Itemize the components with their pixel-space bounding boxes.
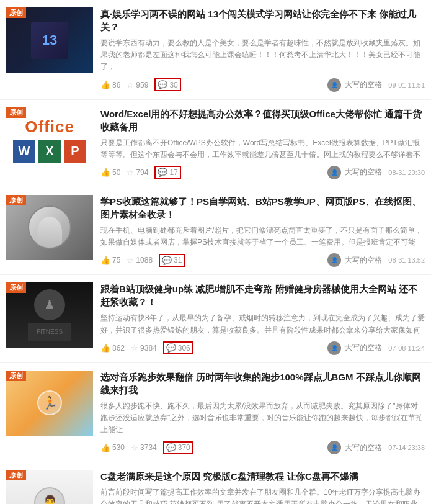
original-badge: 原创 — [6, 107, 26, 118]
article-title[interactable]: 选对音乐跑步效果翻倍 历时两年收集的跑步100%踩点儿BGM 不踩点儿你顺网线来… — [100, 371, 425, 397]
article-content: Word/Excel用的不好想提高办公效率？值得买顶级Office大佬帮你忙 通… — [100, 107, 425, 179]
meta-value: 30 — [169, 81, 177, 89]
avatar: 👤 — [327, 441, 341, 454]
meta-icon: 👍 — [100, 256, 110, 265]
original-badge: 原创 — [6, 282, 26, 293]
meta-item: ☆3734 — [131, 443, 157, 452]
thumbnail-wrap: 原创 👨‍💼 — [6, 470, 93, 504]
article-list: 原创 13 真·娱乐学习两不误的网站 13个闯关模式学习网站让你完全停不下来 你… — [0, 0, 431, 504]
author-section: 👤大写的空格07-14 23:38 — [327, 441, 425, 454]
thumbnail-wrap: 原创 Office W X P — [6, 107, 93, 173]
author-name[interactable]: 大写的空格 — [345, 255, 382, 266]
article-date: 07-14 23:38 — [388, 444, 425, 451]
meta-value: 370 — [178, 443, 190, 452]
article-title[interactable]: 学PS收藏这篇就够了！PS自学网站、B站PS教学UP、网页版PS、在线抠图、图片… — [100, 195, 425, 221]
meta-item: 💬370 — [163, 441, 193, 454]
meta-icon: ☆ — [127, 80, 134, 89]
meta-item: 💬31 — [159, 254, 185, 267]
article-content: 选对音乐跑步效果翻倍 历时两年收集的跑步100%踩点儿BGM 不踩点儿你顺网线来… — [100, 371, 425, 455]
meta-value: 17 — [169, 168, 177, 177]
article-item: 原创 Office W X P Word/Excel用的不好想提高办公效率？值得… — [0, 100, 431, 187]
meta-row: 👍50☆794💬17👤大写的空格08-31 20:30 — [100, 166, 425, 179]
meta-item: 💬306 — [163, 341, 193, 354]
meta-value: 1088 — [136, 256, 153, 264]
meta-item: 💬17 — [154, 166, 180, 179]
meta-value: 75 — [112, 256, 120, 264]
author-name[interactable]: 大写的空格 — [345, 167, 382, 178]
avatar: 👤 — [327, 78, 341, 92]
meta-icon: 💬 — [166, 443, 176, 452]
thumbnail-wrap: 原创 ♟ FITNESS — [6, 282, 93, 348]
article-title[interactable]: C盘老满原来是这个原因 究极版C盘清理教程 让你C盘再不爆满 — [100, 470, 425, 483]
meta-icon: 👍 — [100, 80, 110, 89]
article-desc: 坚持运动有快8年了，从最早的为了备孕、戒烟时的转移注意力，到现在完全成为了兴趣、… — [100, 312, 425, 336]
article-date: 09-01 11:51 — [388, 81, 425, 89]
meta-value: 530 — [112, 443, 125, 452]
meta-item: 👍530 — [100, 443, 125, 452]
meta-icon: ☆ — [127, 168, 134, 177]
author-section: 👤大写的空格08-31 13:52 — [327, 253, 425, 267]
meta-value: 9384 — [140, 344, 157, 353]
article-content: C盘老满原来是这个原因 究极版C盘清理教程 让你C盘再不爆满前言前段时间写了篇提… — [100, 470, 425, 504]
article-date: 08-31 20:30 — [388, 169, 425, 176]
original-badge: 原创 — [6, 195, 26, 205]
meta-icon: 👍 — [100, 168, 110, 177]
meta-item: 💬30 — [154, 78, 180, 91]
avatar: 👤 — [327, 341, 341, 355]
original-badge: 原创 — [6, 470, 26, 480]
thumbnail-wrap: 原创 — [6, 195, 93, 260]
article-title[interactable]: 跟着B站顶级健身up练 减肥/增肌不走弯路 附赠健身房器械使用大全网站 还不赶紧… — [100, 282, 425, 308]
meta-value: 959 — [136, 81, 148, 89]
article-item: 原创 👨‍💼 C盘老满原来是这个原因 究极版C盘清理教程 让你C盘再不爆满前言前… — [0, 462, 431, 504]
meta-item: 👍50 — [100, 168, 120, 177]
thumbnail-wrap: 原创 13 — [6, 7, 93, 73]
author-section: 👤大写的空格09-01 11:51 — [327, 78, 425, 92]
article-date: 08-31 13:52 — [388, 256, 425, 264]
article-title[interactable]: Word/Excel用的不好想提高办公效率？值得买顶级Office大佬帮你忙 通… — [100, 107, 425, 133]
author-section: 👤大写的空格08-31 20:30 — [327, 166, 425, 179]
meta-item: ☆794 — [127, 168, 148, 177]
meta-value: 3734 — [140, 443, 157, 452]
meta-icon: ☆ — [127, 256, 134, 265]
article-desc: 很多人跑步跑不快、跑不久，最后因为太累/没效果而放弃，从而减肥失败。究其原因除了… — [100, 400, 425, 436]
meta-row: 👍530☆3734💬370👤大写的空格07-14 23:38 — [100, 441, 425, 454]
avatar: 👤 — [327, 253, 341, 267]
meta-value: 862 — [112, 344, 125, 353]
meta-row: 👍862☆9384💬306👤大写的空格07-08 11:24 — [100, 341, 425, 355]
original-badge: 原创 — [6, 7, 26, 18]
meta-item: ☆9384 — [131, 343, 157, 353]
article-item: 原创 13 真·娱乐学习两不误的网站 13个闯关模式学习网站让你完全停不下来 你… — [0, 0, 431, 100]
meta-item: 👍862 — [100, 343, 125, 353]
author-name[interactable]: 大写的空格 — [345, 343, 382, 353]
author-name[interactable]: 大写的空格 — [345, 443, 382, 453]
meta-icon: 💬 — [166, 343, 176, 353]
meta-value: 50 — [112, 168, 120, 177]
meta-icon: ☆ — [131, 343, 138, 353]
meta-item: 👍86 — [100, 80, 120, 89]
thumbnail-wrap: 原创 🏃 — [6, 371, 93, 436]
meta-value: 86 — [112, 81, 120, 89]
article-desc: 要说学东西有动力，要么教的人是个美女，要么是学者有趣味性，不然就是放到收藏夹里落… — [100, 37, 425, 73]
article-content: 真·娱乐学习两不误的网站 13个闯关模式学习网站让你完全停不下来 你能过几关？要… — [100, 7, 425, 92]
article-desc: 现在手机、电脑到处都充斥着图片/照片，把它们修漂亮点简直太重要了，不只是有面子那… — [100, 225, 425, 248]
meta-value: 794 — [136, 168, 148, 177]
article-title[interactable]: 真·娱乐学习两不误的网站 13个闯关模式学习网站让你完全停不下来 你能过几关？ — [100, 7, 425, 34]
article-item: 原创 🏃 选对音乐跑步效果翻倍 历时两年收集的跑步100%踩点儿BGM 不踩点儿… — [0, 363, 431, 463]
article-item: 原创 学PS收藏这篇就够了！PS自学网站、B站PS教学UP、网页版PS、在线抠图… — [0, 187, 431, 275]
meta-icon: 💬 — [158, 168, 167, 177]
article-item: 原创 ♟ FITNESS 跟着B站顶级健身up练 减肥/增肌不走弯路 附赠健身房… — [0, 275, 431, 362]
meta-icon: 👍 — [100, 343, 110, 353]
meta-value: 306 — [178, 344, 190, 353]
article-content: 跟着B站顶级健身up练 减肥/增肌不走弯路 附赠健身房器械使用大全网站 还不赶紧… — [100, 282, 425, 354]
meta-item: ☆959 — [127, 80, 148, 89]
meta-icon: ☆ — [131, 443, 138, 452]
meta-row: 👍86☆959💬30👤大写的空格09-01 11:51 — [100, 78, 425, 92]
meta-item: ☆1088 — [127, 256, 153, 265]
original-badge: 原创 — [6, 371, 26, 381]
author-name[interactable]: 大写的空格 — [345, 79, 382, 90]
article-desc: 前言前段时间写了篇提高工作效率的文章并发在了朋友圈和几个群。10年老IT万字分享… — [100, 487, 425, 504]
meta-row: 👍75☆1088💬31👤大写的空格08-31 13:52 — [100, 253, 425, 267]
meta-value: 31 — [174, 256, 182, 264]
author-section: 👤大写的空格07-08 11:24 — [327, 341, 425, 355]
meta-icon: 💬 — [162, 256, 172, 265]
